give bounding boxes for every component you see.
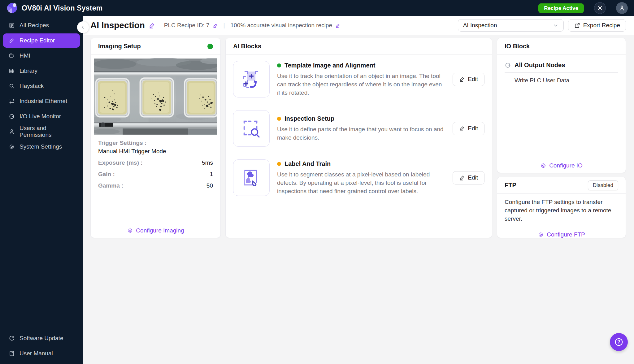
user-icon	[619, 5, 625, 11]
help-button[interactable]	[610, 333, 628, 351]
page-title: AI Inspection	[90, 20, 145, 30]
sidebar-collapse-button[interactable]	[77, 21, 89, 33]
edit-pencil-icon	[213, 23, 218, 28]
sidebar: All Recipes Recipe Editor HMI Library	[0, 16, 83, 364]
main-area: AI Inspection PLC Recipe ID: 7 | 100% ac…	[83, 16, 634, 364]
sidebar-item-user-manual[interactable]: User Manual	[3, 346, 80, 361]
trigger-settings-label: Trigger Settings :	[98, 140, 213, 146]
sidebar-item-library[interactable]: Library	[3, 64, 80, 78]
sidebar-item-system-settings[interactable]: System Settings	[3, 140, 80, 154]
sidebar-item-label: User Manual	[20, 350, 53, 357]
page-header: AI Inspection PLC Recipe ID: 7 | 100% ac…	[83, 16, 634, 35]
tray-middle	[139, 77, 174, 118]
block-description: Use it to segment classes at a pixel-lev…	[277, 170, 445, 195]
gamma-label: Gamma :	[98, 182, 123, 189]
imaging-status-dot	[207, 44, 213, 49]
block-title: Template Image and Alignment	[284, 62, 375, 69]
io-block-title: IO Block	[505, 43, 530, 50]
inspection-setup-icon	[233, 110, 270, 147]
refresh-icon	[9, 335, 15, 341]
user-avatar-button[interactable]	[616, 2, 628, 14]
manual-book-icon	[9, 350, 15, 357]
block-inspection-setup: Inspection Setup Use it to define parts …	[226, 104, 492, 153]
recipes-list-icon	[9, 22, 15, 28]
block-template-alignment: Template Image and Alignment Use it to t…	[226, 55, 492, 104]
sidebar-item-users-permissions[interactable]: Users and Permissions	[3, 124, 80, 139]
recipe-active-badge: Recipe Active	[538, 3, 584, 13]
configure-imaging-link[interactable]: Configure Imaging	[127, 227, 184, 234]
imaging-setup-card: Imaging Setup	[90, 38, 221, 238]
hmi-monitor-icon	[9, 53, 15, 59]
sidebar-item-io-live-monitor[interactable]: I/O Live Monitor	[3, 109, 80, 124]
sidebar-item-software-update[interactable]: Software Update	[3, 331, 80, 345]
ai-blocks-card: AI Blocks	[225, 38, 492, 238]
recipe-select-dropdown[interactable]: AI Inspection	[458, 19, 564, 32]
block-title: Label And Train	[284, 160, 331, 167]
block-title: Inspection Setup	[284, 115, 334, 122]
sidebar-item-label: All Recipes	[20, 22, 49, 29]
theme-toggle-button[interactable]	[594, 2, 606, 14]
ftp-description: Configure the FTP settings to transfer c…	[497, 194, 626, 227]
sidebar-item-haystack[interactable]: Haystack	[3, 79, 80, 93]
label-and-train-icon	[233, 159, 270, 196]
output-node-item[interactable]: Write PLC User Data	[505, 73, 618, 84]
configure-io-link[interactable]: Configure IO	[540, 162, 583, 169]
io-block-card: IO Block All Output Nodes Write PLC User…	[497, 38, 626, 173]
edit-pencil-icon	[149, 22, 155, 29]
template-alignment-icon	[233, 61, 270, 98]
block-description: Use it to define parts of the image that…	[277, 125, 445, 142]
block-status-dot	[277, 63, 281, 67]
all-output-nodes-title: All Output Nodes	[515, 62, 565, 69]
sidebar-item-recipe-editor[interactable]: Recipe Editor	[3, 33, 80, 48]
header-separator: |	[224, 22, 225, 29]
recipe-select-value: AI Inspection	[463, 22, 497, 29]
pencil-icon	[9, 37, 15, 44]
app-title: OV80i AI Vision System	[22, 4, 102, 12]
edit-description-button[interactable]	[335, 23, 341, 28]
chevron-down-icon	[553, 23, 558, 28]
user-icon	[9, 128, 15, 135]
edit-label-and-train-button[interactable]: Edit	[453, 171, 484, 184]
edit-template-alignment-button[interactable]: Edit	[453, 73, 484, 86]
app-root: OV80i AI Vision System Recipe Active	[0, 0, 634, 364]
conveyor-trays-photo	[94, 58, 217, 135]
gear-icon	[127, 228, 133, 234]
export-recipe-label: Export Recipe	[583, 22, 620, 29]
block-description: Use it to track the orientation of an ob…	[277, 72, 445, 97]
ethernet-flow-icon	[9, 98, 15, 104]
sidebar-item-industrial-ethernet[interactable]: Industrial Ethernet	[3, 94, 80, 108]
grid-icon	[9, 68, 15, 74]
app-logo-icon	[7, 3, 17, 13]
sidebar-item-all-recipes[interactable]: All Recipes	[3, 18, 80, 32]
sidebar-item-label: Users and Permissions	[20, 125, 80, 138]
export-icon	[574, 22, 580, 28]
sidebar-item-label: Haystack	[20, 83, 44, 89]
sidebar-item-label: Library	[20, 67, 37, 74]
trigger-settings-value: Manual HMI Trigger Mode	[98, 148, 213, 155]
edit-pencil-icon	[459, 76, 465, 82]
edit-plc-id-button[interactable]	[213, 23, 218, 28]
plc-recipe-id: PLC Recipe ID: 7	[164, 22, 210, 29]
block-status-dot	[277, 162, 281, 166]
sidebar-item-label: Recipe Editor	[20, 37, 55, 44]
tray-left	[95, 78, 130, 118]
edit-recipe-name-button[interactable]	[149, 22, 155, 29]
camera-preview-image[interactable]	[94, 58, 217, 135]
ftp-title: FTP	[505, 182, 516, 189]
exposure-label: Exposure (ms) :	[98, 159, 143, 166]
gear-icon	[9, 144, 15, 150]
sidebar-item-label: Software Update	[20, 335, 63, 342]
sidebar-item-label: System Settings	[20, 143, 62, 150]
io-monitor-icon	[505, 62, 511, 68]
imaging-settings: Trigger Settings : Manual HMI Trigger Mo…	[91, 135, 220, 189]
sidebar-item-hmi[interactable]: HMI	[3, 49, 80, 63]
gear-icon	[540, 162, 546, 169]
export-recipe-button[interactable]: Export Recipe	[568, 19, 626, 32]
edit-inspection-setup-button[interactable]: Edit	[453, 122, 484, 135]
exposure-value: 5ms	[202, 159, 213, 166]
edit-pencil-icon	[335, 23, 341, 28]
configure-ftp-link[interactable]: Configure FTP	[538, 231, 585, 238]
gamma-value: 50	[206, 182, 213, 189]
recipe-description: 100% accurate visual inspection recipe	[231, 22, 332, 29]
block-status-dot	[277, 117, 281, 121]
